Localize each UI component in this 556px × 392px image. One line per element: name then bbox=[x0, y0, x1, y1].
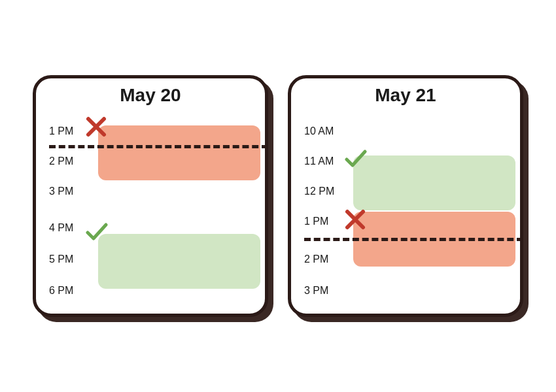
card-title: May 20 bbox=[36, 85, 265, 106]
time-label: 2 PM bbox=[49, 155, 73, 167]
current-time-divider bbox=[49, 145, 268, 148]
time-label: 11 AM bbox=[304, 155, 334, 167]
time-label: 1 PM bbox=[49, 125, 73, 137]
card-title: May 21 bbox=[291, 85, 520, 106]
time-label: 3 PM bbox=[304, 285, 328, 297]
time-label: 10 AM bbox=[304, 125, 334, 137]
calendar-card-may-21: May 21 10 AM 11 AM 12 PM 1 PM 2 PM 3 PM bbox=[288, 75, 523, 317]
available-slot bbox=[98, 234, 260, 289]
time-label: 12 PM bbox=[304, 186, 334, 197]
check-icon bbox=[343, 146, 367, 170]
time-label: 3 PM bbox=[49, 186, 73, 197]
available-slot bbox=[353, 155, 515, 210]
time-label: 2 PM bbox=[304, 253, 328, 265]
time-label: 6 PM bbox=[49, 285, 73, 297]
x-icon bbox=[343, 208, 367, 231]
calendar-card-may-20: May 20 1 PM 2 PM 3 PM 4 PM 5 PM 6 PM bbox=[33, 75, 268, 317]
time-label: 1 PM bbox=[304, 216, 328, 227]
blocked-slot bbox=[98, 125, 260, 180]
current-time-divider bbox=[304, 238, 523, 241]
x-icon bbox=[84, 115, 108, 139]
time-label: 5 PM bbox=[49, 253, 73, 265]
time-label: 4 PM bbox=[49, 222, 73, 234]
check-icon bbox=[84, 220, 108, 243]
